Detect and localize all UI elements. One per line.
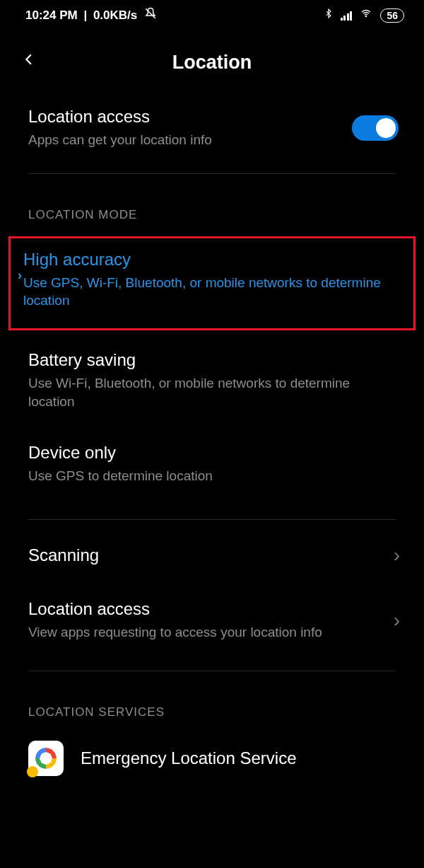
location-access-row[interactable]: Location access Apps can get your locati… xyxy=(0,93,424,163)
mode-battery-title: Battery saving xyxy=(28,350,396,370)
battery-indicator: 56 xyxy=(380,8,404,23)
dnd-icon xyxy=(144,7,157,23)
location-access-title: Location access xyxy=(28,107,352,127)
wifi-icon xyxy=(359,8,373,23)
location-access-apps-title: Location access xyxy=(28,599,394,619)
scanning-row[interactable]: Scanning › xyxy=(0,520,424,591)
emergency-location-service-row[interactable]: Emergency Location Service xyxy=(0,728,424,789)
mode-device-title: Device only xyxy=(28,443,396,463)
status-bar: 10:24 PM | 0.0KB/s 56 xyxy=(0,0,424,28)
mode-high-accuracy[interactable]: High accuracy Use GPS, Wi-Fi, Bluetooth,… xyxy=(23,250,394,310)
bluetooth-icon xyxy=(324,7,334,23)
emergency-service-title: Emergency Location Service xyxy=(81,748,296,768)
section-label-mode: LOCATION MODE xyxy=(0,174,424,231)
back-button[interactable] xyxy=(23,49,35,76)
mode-device-only[interactable]: Device only Use GPS to determine locatio… xyxy=(0,423,424,498)
location-access-apps-row[interactable]: Location access View apps requesting to … xyxy=(0,591,424,657)
signal-icon xyxy=(341,11,353,21)
svg-line-0 xyxy=(146,8,156,18)
mode-high-subtitle: Use GPS, Wi-Fi, Bluetooth, or mobile net… xyxy=(23,274,394,310)
page-title: Location xyxy=(0,52,424,74)
selected-indicator-icon: › xyxy=(18,268,22,283)
mode-battery-subtitle: Use Wi-Fi, Bluetooth, or mobile networks… xyxy=(28,374,396,410)
svg-point-1 xyxy=(366,16,367,16)
location-access-apps-subtitle: View apps requesting to access your loca… xyxy=(28,623,394,642)
status-time: 10:24 PM xyxy=(25,8,78,23)
location-access-toggle[interactable] xyxy=(352,115,399,141)
status-right: 56 xyxy=(324,7,404,23)
section-label-services: LOCATION SERVICES xyxy=(0,671,424,728)
location-access-subtitle: Apps can get your location info xyxy=(28,131,352,149)
highlight-annotation: › High accuracy Use GPS, Wi-Fi, Bluetoot… xyxy=(8,236,416,330)
page-header: Location xyxy=(0,28,424,93)
mode-battery-saving[interactable]: Battery saving Use Wi-Fi, Bluetooth, or … xyxy=(0,330,424,423)
scanning-title: Scanning xyxy=(28,545,394,565)
chevron-right-icon: › xyxy=(394,609,400,632)
status-left: 10:24 PM | 0.0KB/s xyxy=(25,7,157,23)
google-icon xyxy=(28,741,64,776)
mode-high-title: High accuracy xyxy=(23,250,394,270)
status-speed: 0.0KB/s xyxy=(93,8,137,23)
mode-device-subtitle: Use GPS to determine location xyxy=(28,467,396,485)
chevron-right-icon: › xyxy=(394,544,400,567)
